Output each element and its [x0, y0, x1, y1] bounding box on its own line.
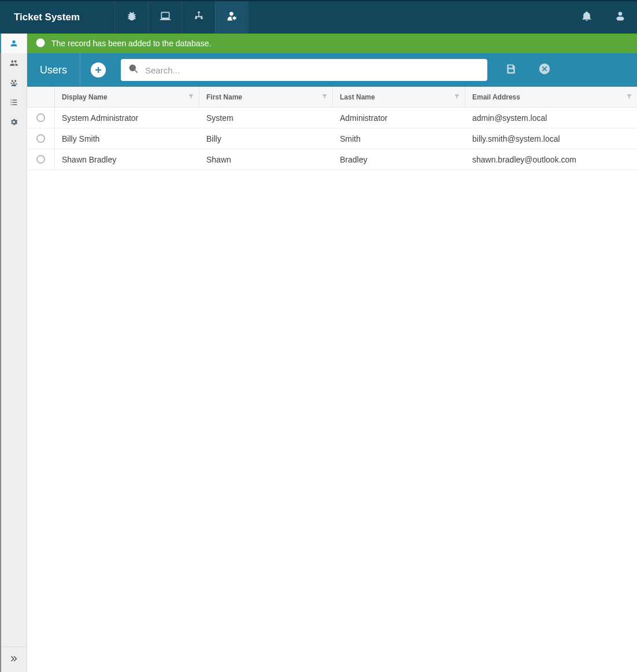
cell-last-name: Bradley: [333, 155, 465, 164]
header-email[interactable]: Email Address: [465, 87, 637, 107]
bug-icon: [126, 10, 138, 24]
sidebar-item-user[interactable]: [0, 34, 27, 53]
radio-icon[interactable]: [36, 155, 45, 164]
header-checkbox-col: [27, 87, 55, 107]
header-label: Email Address: [472, 93, 520, 101]
cell-email: shawn.bradley@outlook.com: [465, 155, 637, 164]
row-select[interactable]: [27, 108, 55, 128]
header-last-name[interactable]: Last Name: [333, 87, 465, 107]
page-toolbar: Users +: [27, 53, 637, 87]
sidebar-expand[interactable]: [1, 647, 27, 672]
search-icon: [128, 63, 139, 77]
sidebar-item-groups[interactable]: [1, 73, 27, 93]
header-label: First Name: [206, 93, 242, 101]
nav-devices[interactable]: [148, 1, 182, 34]
chevrons-right-icon: [9, 654, 18, 666]
sidebar-item-settings[interactable]: [1, 112, 27, 132]
main-content: The record has been added to the databas…: [27, 34, 637, 672]
radio-icon[interactable]: [36, 113, 45, 122]
add-button[interactable]: +: [91, 62, 106, 77]
sidebar-item-list[interactable]: [1, 93, 27, 112]
table-row[interactable]: System AdministratorSystemAdministratora…: [27, 108, 637, 128]
row-select[interactable]: [27, 128, 55, 149]
table-body: System AdministratorSystemAdministratora…: [27, 108, 637, 672]
table-header: Display Name First Name Last Name: [27, 87, 637, 108]
close-button[interactable]: [528, 53, 561, 87]
cell-last-name: Administrator: [333, 113, 465, 123]
header-label: Last Name: [340, 93, 375, 101]
radio-icon[interactable]: [36, 134, 45, 143]
success-banner: The record has been added to the databas…: [27, 34, 637, 53]
laptop-icon: [160, 10, 171, 24]
save-button[interactable]: [494, 53, 528, 87]
cell-email: admin@system.local: [465, 113, 637, 123]
cell-first-name: Billy: [199, 134, 333, 143]
notice-text: The record has been added to the databas…: [51, 39, 211, 48]
close-circle-icon: [538, 62, 551, 77]
save-icon: [505, 63, 517, 77]
cell-display-name: Billy Smith: [55, 134, 199, 143]
nav-org[interactable]: [182, 1, 215, 34]
person-card-icon: [614, 10, 626, 24]
account-button[interactable]: [603, 10, 637, 24]
nav-user-admin[interactable]: [215, 1, 249, 34]
toolbar-divider: [80, 53, 80, 87]
svg-point-1: [129, 65, 135, 71]
sitemap-icon: [193, 10, 205, 24]
bell-icon: [581, 10, 592, 24]
filter-icon[interactable]: [626, 93, 632, 101]
cell-first-name: System: [199, 113, 333, 123]
svg-line-2: [135, 71, 138, 73]
notifications-button[interactable]: [570, 10, 603, 24]
table-row[interactable]: Shawn BradleyShawnBradleyshawn.bradley@o…: [27, 149, 637, 170]
app-title: Ticket System: [0, 12, 114, 23]
cell-last-name: Smith: [333, 134, 465, 143]
header-display-name[interactable]: Display Name: [55, 87, 199, 107]
row-select[interactable]: [27, 149, 55, 169]
check-circle-icon: [35, 38, 51, 50]
cell-display-name: Shawn Bradley: [55, 155, 199, 164]
filter-icon[interactable]: [321, 93, 328, 101]
cell-email: billy.smith@system.local: [465, 134, 637, 143]
table-row[interactable]: Billy SmithBillySmithbilly.smith@system.…: [27, 128, 637, 149]
search-input[interactable]: [145, 65, 480, 75]
left-sidebar: [0, 34, 27, 672]
filter-icon[interactable]: [454, 93, 460, 101]
cell-first-name: Shawn: [199, 155, 333, 164]
header-label: Display Name: [62, 93, 108, 101]
sidebar-item-users[interactable]: [1, 53, 27, 73]
cell-display-name: System Administrator: [55, 113, 199, 123]
plus-icon: +: [95, 64, 102, 76]
top-navbar: Ticket System: [0, 0, 637, 34]
nav-tickets[interactable]: [114, 1, 148, 34]
filter-icon[interactable]: [188, 93, 194, 101]
header-first-name[interactable]: First Name: [199, 87, 333, 107]
page-title: Users: [40, 64, 67, 76]
search-box: [121, 59, 487, 81]
user-gear-icon: [227, 10, 238, 24]
